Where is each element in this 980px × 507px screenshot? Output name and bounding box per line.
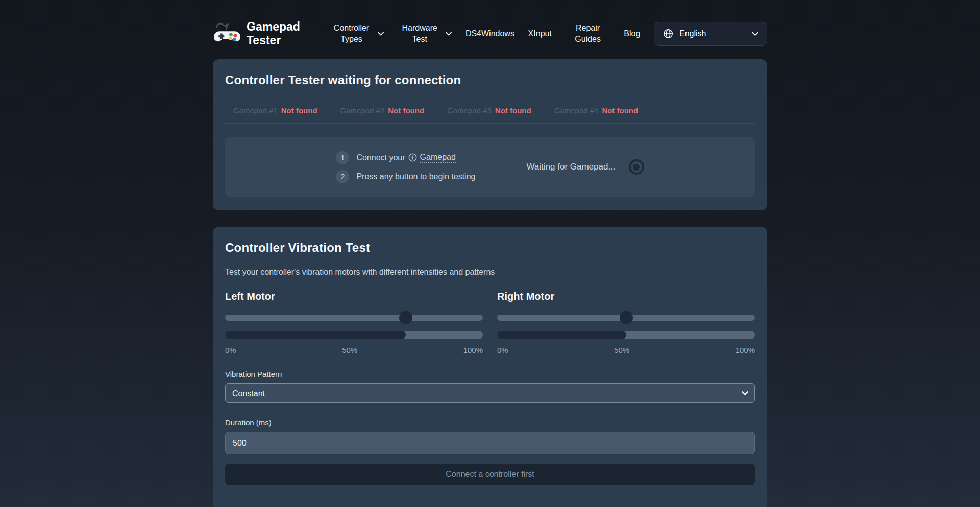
connect-gamepad-icon	[408, 153, 417, 162]
status-badge: Not found	[495, 106, 531, 115]
step-number-badge: 1	[336, 151, 349, 164]
status-badge: Not found	[281, 106, 317, 115]
waiting-status: Waiting for Gamepad...	[526, 159, 644, 175]
nav-blog[interactable]: Blog	[624, 28, 640, 39]
right-motor-progress	[497, 331, 755, 339]
chevron-down-icon	[752, 32, 758, 36]
vibration-card-title: Controller Vibration Test	[225, 240, 755, 255]
gamepad-tooltip-link[interactable]: Gamepad	[420, 153, 456, 163]
chevron-down-icon	[378, 32, 384, 36]
main-content: Controller Tester waiting for connection…	[0, 59, 980, 507]
left-motor-progress-fill	[225, 331, 406, 339]
slider-track	[225, 315, 483, 321]
logo-title: Gamepad Tester	[247, 20, 300, 47]
gamepad-logo-icon	[213, 19, 241, 48]
duration-input[interactable]	[225, 432, 755, 454]
gamepad-tab-3[interactable]: Gamepad #3 Not found	[447, 106, 531, 115]
nav-repair-guides[interactable]: Repair Guides	[566, 22, 610, 44]
step-number-badge: 2	[336, 170, 349, 183]
step-connect-gamepad: 1 Connect your Gamepad	[336, 151, 475, 164]
vibration-card: Controller Vibration Test Test your cont…	[213, 227, 767, 507]
right-motor-title: Right Motor	[497, 291, 755, 302]
gamepad-tab-2[interactable]: Gamepad #2 Not found	[340, 106, 425, 115]
right-motor-slider-thumb[interactable]	[620, 311, 633, 324]
nav-ds4windows[interactable]: DS4Windows	[465, 28, 514, 39]
vibration-card-description: Test your controller's vibration motors …	[225, 268, 755, 277]
logo[interactable]: Gamepad Tester	[213, 19, 300, 48]
connect-steps: 1 Connect your Gamepad 2	[336, 151, 475, 183]
left-motor: Left Motor 0% 50% 100%	[225, 291, 483, 354]
left-motor-title: Left Motor	[225, 291, 483, 302]
waiting-text: Waiting for Gamepad...	[526, 162, 615, 172]
chevron-down-icon	[446, 32, 452, 36]
gamepad-tab-4[interactable]: Gamepad #4 Not found	[554, 106, 639, 115]
main-nav: Controller Types Hardware Test DS4Window…	[315, 22, 654, 44]
left-motor-slider-thumb[interactable]	[399, 311, 412, 324]
right-motor-progress-fill	[497, 331, 626, 339]
right-motor: Right Motor 0% 50% 100%	[497, 291, 755, 354]
vibration-pattern-select[interactable]: Constant	[225, 383, 755, 403]
loading-spinner-icon	[629, 159, 644, 175]
vibration-pattern-label: Vibration Pattern	[225, 370, 755, 378]
language-value: English	[679, 29, 706, 38]
step-press-button: 2 Press any button to begin testing	[336, 170, 475, 183]
right-motor-scale: 0% 50% 100%	[497, 346, 755, 354]
left-motor-scale: 0% 50% 100%	[225, 346, 483, 354]
gamepad-tabs: Gamepad #1 Not found Gamepad #2 Not foun…	[225, 106, 755, 124]
gamepad-tab-1[interactable]: Gamepad #1 Not found	[233, 106, 317, 115]
nav-xinput[interactable]: XInput	[528, 28, 552, 39]
connection-card-title: Controller Tester waiting for connection	[225, 73, 755, 87]
left-motor-slider[interactable]	[225, 311, 483, 324]
status-badge: Not found	[602, 106, 638, 115]
left-motor-progress	[225, 331, 483, 339]
globe-icon	[663, 28, 674, 39]
vibrate-button[interactable]: Connect a controller first	[225, 464, 755, 485]
right-motor-slider[interactable]	[497, 311, 755, 324]
motor-controls: Left Motor 0% 50% 100% Right Motor	[225, 291, 755, 354]
site-header: Gamepad Tester Controller Types Hardware…	[0, 0, 980, 48]
language-selector[interactable]: English	[654, 22, 767, 46]
nav-controller-types[interactable]: Controller Types	[329, 22, 384, 44]
waiting-panel: 1 Connect your Gamepad 2	[225, 137, 755, 197]
nav-hardware-test[interactable]: Hardware Test	[397, 22, 452, 44]
duration-label: Duration (ms)	[225, 418, 755, 427]
status-badge: Not found	[388, 106, 424, 115]
connection-card: Controller Tester waiting for connection…	[213, 59, 767, 210]
